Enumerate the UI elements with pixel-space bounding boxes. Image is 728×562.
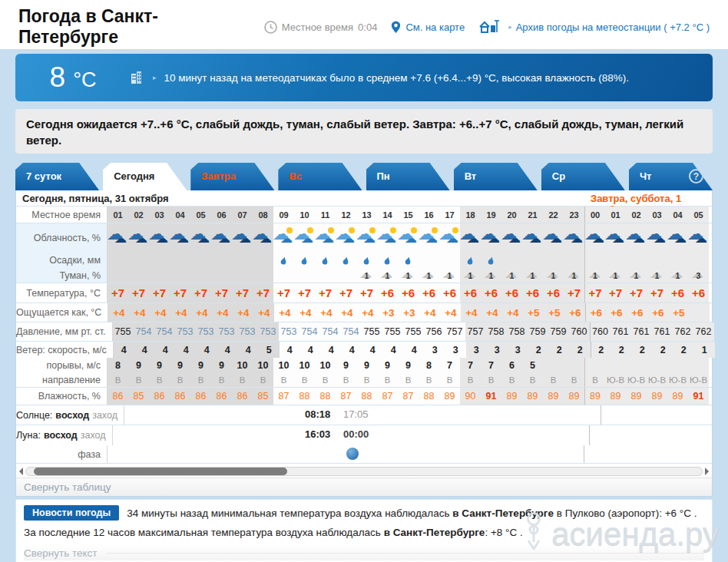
- data-cell: 07: [232, 207, 253, 223]
- data-cell: 3: [466, 342, 487, 358]
- tab-7[interactable]: Чт?: [629, 163, 713, 190]
- data-cell: В: [584, 372, 605, 387]
- data-cell: +4: [316, 303, 336, 322]
- raindrop-icon: [384, 256, 391, 265]
- data-cell: 3: [425, 342, 445, 358]
- data-cell: +7: [128, 283, 149, 302]
- cloud-night-icon: ☁☁: [481, 225, 501, 251]
- tab-1[interactable]: Сегодня: [103, 163, 187, 190]
- current-weather-banner: 8 °C ▸ 10 минут назад на метеодатчиках б…: [15, 54, 713, 101]
- day-header-row: Сегодня, пятница, 31 октябряЗавтра, субб…: [16, 190, 712, 207]
- data-cell: 762: [693, 322, 714, 341]
- data-cell: [253, 268, 273, 283]
- data-cell: [108, 268, 128, 283]
- data-cell: 13: [356, 207, 377, 223]
- scrollbar-track[interactable]: [25, 467, 703, 476]
- data-cell: 91: [688, 388, 709, 405]
- data-cell: 4: [383, 342, 404, 358]
- data-cell: +7: [232, 283, 253, 302]
- data-cell: 2: [611, 342, 632, 358]
- data-cell: 9: [377, 358, 398, 372]
- data-cell: Ю-В: [688, 372, 709, 387]
- collapse-table-link[interactable]: Свернуть таблицу: [16, 478, 712, 496]
- data-cell: 761: [652, 322, 673, 341]
- tab-label: Ср: [552, 170, 565, 182]
- cloud-night-icon: ☁☁: [688, 225, 709, 251]
- tab-5[interactable]: Вт: [454, 163, 538, 190]
- tab-4[interactable]: Пн: [366, 163, 450, 190]
- data-cell: ☁☁: [481, 223, 501, 253]
- map-link-item[interactable]: См. на карте: [391, 21, 465, 34]
- data-cell: 4: [321, 342, 342, 358]
- data-cell: +4: [129, 303, 150, 322]
- data-cell: 16: [419, 207, 439, 223]
- collapse-text-link[interactable]: Свернуть текст: [24, 545, 704, 560]
- data-cell: +6: [688, 283, 709, 302]
- data-cell: 5: [522, 358, 543, 372]
- station-link-item[interactable]: ▸ Архив погоды на метеостанции ( +7.2 °C…: [478, 19, 710, 35]
- data-cell: ☁1: [543, 268, 564, 283]
- station-archive-link[interactable]: Архив погоды на метеостанции ( +7.2 °C ): [516, 21, 710, 33]
- tab-2[interactable]: Завтра: [190, 163, 274, 190]
- data-cell: 08: [253, 207, 273, 223]
- weather-table: Сегодня, пятница, 31 октябряЗавтра, субб…: [15, 190, 713, 497]
- scroll-left-arrow[interactable]: [19, 468, 23, 475]
- data-cell: В: [128, 372, 149, 387]
- raindrop-icon: [405, 256, 412, 265]
- data-cell: +4: [502, 303, 523, 322]
- raindrop-icon: [280, 256, 287, 265]
- data-cell: 4: [342, 342, 362, 358]
- cloud-night-icon: ☁☁: [522, 225, 543, 251]
- cloud-night-icon: ☁☁: [232, 225, 253, 251]
- data-cell: 01: [108, 207, 128, 223]
- data-cell: В: [522, 372, 543, 387]
- data-cell: 11: [315, 207, 336, 223]
- data-cell: 757: [465, 322, 486, 341]
- data-cell: 758: [507, 322, 528, 341]
- data-cell: +7: [253, 283, 273, 302]
- fog-icon: ☁1: [501, 268, 522, 283]
- tab-6[interactable]: Ср: [541, 163, 625, 190]
- tab-3[interactable]: Вс: [278, 163, 362, 190]
- data-cell: 89: [667, 388, 688, 405]
- scrollbar-thumb[interactable]: [34, 468, 287, 475]
- help-icon[interactable]: ?: [689, 169, 703, 183]
- caret-icon: ▸: [508, 23, 512, 31]
- data-cell: В: [232, 372, 253, 387]
- scroll-right-arrow[interactable]: [705, 468, 709, 475]
- data-cell: 22: [543, 207, 564, 223]
- fog-icon: ☁1: [564, 268, 584, 283]
- data-cell: +7: [584, 283, 605, 302]
- data-cell: 754: [320, 322, 341, 341]
- data-cell: 757: [445, 322, 465, 341]
- clock-icon: [264, 21, 277, 34]
- data-cell: 86: [149, 388, 170, 405]
- local-time-label: Местное время: [282, 21, 353, 33]
- raindrop-icon: [322, 256, 329, 265]
- data-cell: В: [501, 372, 522, 387]
- data-cell: ☁☁: [460, 223, 481, 253]
- cloud-day-icon: ☁☁: [398, 225, 419, 251]
- cloud-night-icon: ☁☁: [543, 225, 564, 251]
- data-cell: 23: [564, 207, 584, 223]
- data-cell: В: [294, 372, 315, 387]
- data-cell: +4: [440, 303, 461, 322]
- news-badge[interactable]: Новости погоды: [24, 505, 119, 521]
- data-cell: ☁☁: [584, 223, 605, 253]
- map-link[interactable]: См. на карте: [405, 21, 465, 33]
- data-cell: 89: [584, 388, 605, 405]
- data-cell: 03: [149, 207, 170, 223]
- fog-value: 1: [468, 271, 473, 280]
- data-cell: ☁☁: [232, 223, 253, 253]
- data-cell: 86: [108, 388, 128, 405]
- data-cell: 4: [300, 342, 321, 358]
- data-cell: ☁☁: [605, 223, 626, 253]
- data-cell: +6: [419, 283, 439, 302]
- fog-icon: ☁1: [460, 268, 481, 283]
- data-cell: 761: [611, 322, 631, 341]
- tab-0[interactable]: 7 суток: [15, 163, 99, 190]
- data-cell: ☁☁: [377, 223, 398, 253]
- fog-value: 1: [614, 271, 618, 280]
- table-row: Солнце:восходзаход08:1817:05: [16, 405, 712, 425]
- data-cell: В: [149, 372, 170, 387]
